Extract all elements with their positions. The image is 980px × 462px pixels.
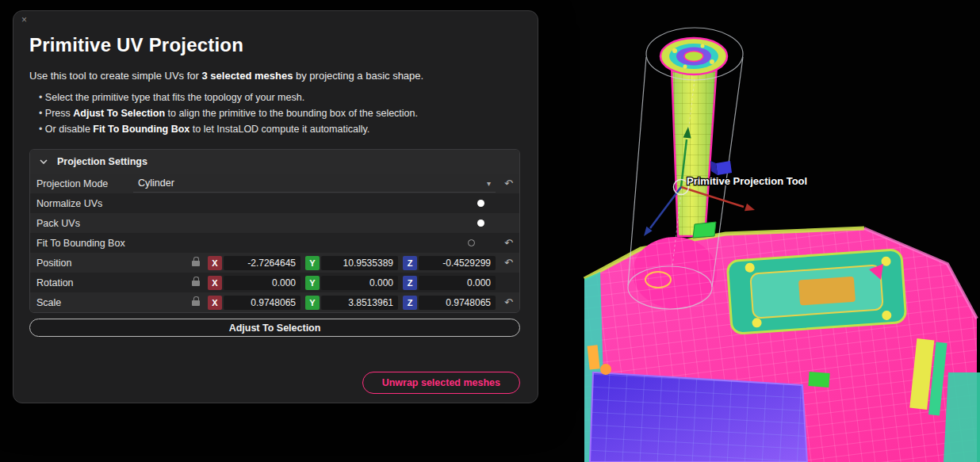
- row-position: Position X -2.7264645 Y 10.9535389 Z: [30, 253, 519, 273]
- position-label: Position: [36, 258, 192, 269]
- close-icon[interactable]: ×: [21, 15, 27, 25]
- axis-z-badge: Z: [403, 276, 417, 290]
- list-item: Or disable Fit To Bounding Box to let In…: [39, 121, 520, 137]
- pack-uvs-label: Pack UVs: [36, 218, 80, 229]
- chevron-down-icon: [40, 159, 48, 164]
- rotation-z-field: Z 0.000: [403, 276, 496, 290]
- projection-mode-value: Cylinder: [138, 178, 174, 189]
- dropdown-caret-icon: ▾: [487, 179, 491, 188]
- model-blue-cube: [710, 161, 732, 175]
- row-scale: Scale X 0.9748065 Y 3.8513961 Z: [30, 292, 519, 312]
- axis-y-badge: Y: [305, 276, 320, 290]
- lock-icon[interactable]: [192, 281, 200, 286]
- adjust-to-selection-button[interactable]: Adjust To Selection: [29, 319, 520, 337]
- axis-z-badge: Z: [403, 256, 417, 270]
- row-normalize-uvs: Normalize UVs: [30, 193, 519, 213]
- intro-post: by projecting a basic shape.: [293, 70, 423, 82]
- rotation-y-field: Y 0.000: [305, 276, 398, 290]
- rotation-z-input[interactable]: 0.000: [419, 276, 496, 290]
- axis-x-badge: X: [208, 296, 222, 310]
- normalize-uvs-toggle[interactable]: [465, 198, 486, 208]
- projection-settings-section: Projection Settings Projection Mode Cyli…: [29, 149, 520, 313]
- rotation-label: Rotation: [36, 277, 192, 288]
- page-title: Primitive UV Projection: [29, 33, 520, 57]
- app-background: Primitive Projection Tool × Primitive UV…: [0, 0, 980, 462]
- reset-projection-mode-icon[interactable]: ↶: [504, 178, 513, 189]
- rotation-x-input[interactable]: 0.000: [224, 276, 301, 290]
- fit-to-bounding-box-label: Fit To Bounding Box: [36, 238, 125, 249]
- scale-z-input[interactable]: 0.9748065: [419, 296, 496, 310]
- section-title: Projection Settings: [57, 156, 147, 167]
- rotation-y-input[interactable]: 0.000: [321, 276, 398, 290]
- section-header-projection-settings[interactable]: Projection Settings: [30, 150, 519, 174]
- intro-text: Use this tool to create simple UVs for 3…: [29, 70, 520, 82]
- row-projection-mode: Projection Mode Cylinder ▾ ↶: [30, 174, 519, 193]
- intro-bold: 3 selected meshes: [201, 70, 293, 82]
- position-x-input[interactable]: -2.7264645: [224, 256, 301, 270]
- list-item: Press Adjust To Selection to align the p…: [39, 105, 520, 121]
- model-green-chip: [808, 372, 829, 388]
- intro-pre: Use this tool to create simple UVs for: [29, 70, 201, 82]
- row-rotation: Rotation X 0.000 Y 0.000 Z 0.: [30, 273, 519, 292]
- row-fit-to-bounding-box: Fit To Bounding Box ↶: [30, 233, 519, 253]
- pack-uvs-toggle[interactable]: [465, 218, 486, 228]
- axis-gizmo-z[interactable]: [644, 187, 681, 236]
- lock-icon[interactable]: [192, 261, 200, 266]
- reset-position-icon[interactable]: ↶: [504, 258, 513, 268]
- model-green-quad: [693, 222, 716, 238]
- row-pack-uvs: Pack UVs: [30, 213, 519, 233]
- position-x-field: X -2.7264645: [208, 256, 301, 270]
- axis-y-badge: Y: [305, 256, 320, 270]
- projection-mode-label: Projection Mode: [36, 178, 133, 189]
- scale-y-input[interactable]: 3.8513961: [321, 296, 398, 310]
- scale-x-field: X 0.9748065: [208, 296, 301, 310]
- reset-scale-icon[interactable]: ↶: [504, 297, 513, 307]
- axis-x-badge: X: [208, 276, 222, 290]
- scale-label: Scale: [36, 297, 192, 308]
- position-y-input[interactable]: 10.9535389: [321, 256, 398, 270]
- projection-mode-dropdown[interactable]: Cylinder ▾: [133, 175, 496, 193]
- axis-y-badge: Y: [305, 296, 320, 310]
- unwrap-selected-meshes-button[interactable]: Unwrap selected meshes: [362, 372, 520, 394]
- normalize-uvs-label: Normalize UVs: [36, 198, 102, 209]
- scale-z-field: Z 0.9748065: [403, 296, 496, 310]
- axis-z-badge: Z: [403, 296, 417, 310]
- axis-x-badge: X: [208, 256, 222, 270]
- model-antenna-cap: [660, 38, 727, 74]
- position-y-field: Y 10.9535389: [305, 256, 398, 270]
- model-screen: [590, 372, 807, 462]
- primitive-uv-projection-dialog: × Primitive UV Projection Use this tool …: [13, 10, 538, 403]
- rotation-x-field: X 0.000: [208, 276, 301, 290]
- list-item: Select the primitive type that fits the …: [39, 90, 520, 105]
- scale-x-input[interactable]: 0.9748065: [224, 296, 301, 310]
- lock-icon[interactable]: [192, 300, 200, 306]
- model-orange-dot: [600, 364, 611, 375]
- position-z-field: Z -0.4529299: [403, 256, 496, 270]
- scale-y-field: Y 3.8513961: [305, 296, 398, 310]
- fit-to-bounding-box-toggle[interactable]: [465, 238, 486, 248]
- viewport-3d[interactable]: Primitive Projection Tool: [555, 0, 980, 462]
- instruction-list: Select the primitive type that fits the …: [39, 90, 520, 137]
- position-z-input[interactable]: -0.4529299: [419, 256, 496, 270]
- model-tray: [727, 249, 906, 334]
- viewport-scene: Primitive Projection Tool: [555, 0, 980, 462]
- model-antenna-base: [633, 237, 717, 308]
- reset-fit-to-bounding-box-icon[interactable]: ↶: [504, 238, 513, 248]
- tool-label: Primitive Projection Tool: [687, 175, 807, 187]
